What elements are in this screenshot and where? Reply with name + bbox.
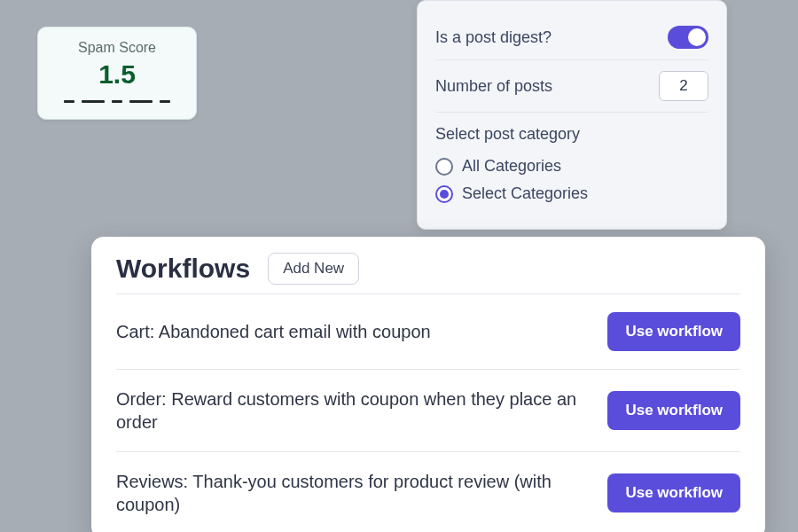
workflow-row: Cart: Abandoned cart email with coupon U… [116,293,740,369]
digest-label: Is a post digest? [435,28,552,47]
radio-icon [435,158,453,176]
num-posts-input[interactable] [659,71,708,101]
category-section: Select post category All Categories Sele… [435,113,708,207]
toggle-knob-icon [688,28,706,46]
spam-score-card: Spam Score 1.5 [37,27,197,120]
digest-row: Is a post digest? [435,15,708,60]
digest-toggle[interactable] [668,26,708,49]
radio-select-categories[interactable]: Select Categories [435,180,708,207]
add-new-button[interactable]: Add New [268,253,359,285]
workflow-title: Cart: Abandoned cart email with coupon [116,320,590,343]
spam-score-value: 1.5 [51,59,184,90]
radio-all-categories[interactable]: All Categories [435,153,708,180]
workflows-title: Workflows [116,254,250,284]
workflow-title: Reviews: Thank-you customers for product… [116,470,590,516]
num-posts-row: Number of posts [435,60,708,113]
use-workflow-button[interactable]: Use workflow [607,391,740,430]
post-settings-panel: Is a post digest? Number of posts Select… [417,0,727,230]
workflow-row: Order: Reward customers with coupon when… [116,369,740,451]
workflow-title: Order: Reward customers with coupon when… [116,387,590,434]
radio-select-label: Select Categories [462,184,588,203]
workflows-header: Workflows Add New [116,253,740,285]
radio-all-label: All Categories [462,157,561,176]
num-posts-label: Number of posts [435,77,552,96]
workflow-row: Reviews: Thank-you customers for product… [116,451,740,532]
radio-icon [435,185,453,203]
workflows-card: Workflows Add New Cart: Abandoned cart e… [91,237,765,532]
spam-score-meter [51,100,184,103]
spam-score-label: Spam Score [51,40,184,56]
use-workflow-button[interactable]: Use workflow [607,312,740,351]
use-workflow-button[interactable]: Use workflow [607,473,740,512]
category-label: Select post category [435,125,708,144]
